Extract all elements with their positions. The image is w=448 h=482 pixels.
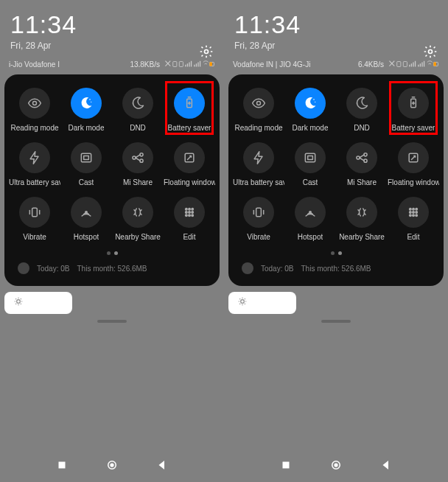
data-speed: 6.4KB/s — [358, 60, 384, 69]
qs-tile-hotspot[interactable]: Hotspot — [60, 194, 112, 244]
pagination-dots[interactable] — [9, 244, 215, 259]
qs-tile-floating[interactable]: Floating window — [164, 139, 215, 189]
cast-icon — [71, 142, 102, 173]
navigation-bar — [224, 458, 448, 475]
svg-point-23 — [189, 209, 191, 211]
tile-label: Vibrate — [23, 233, 46, 241]
svg-point-15 — [140, 153, 143, 156]
svg-point-51 — [364, 159, 367, 162]
svg-point-31 — [17, 300, 21, 304]
sun-icon — [237, 296, 248, 310]
qs-tile-share[interactable]: Mi Share — [112, 139, 164, 189]
vibrate-icon — [243, 197, 274, 228]
svg-point-61 — [413, 212, 415, 214]
qs-tile-share[interactable]: Mi Share — [336, 139, 388, 189]
qs-tile-bolt[interactable]: Ultra battery sav — [233, 139, 284, 189]
network-row: i-Jio Vodafone I 13.8KB/s — [0, 55, 224, 74]
settings-button[interactable] — [199, 44, 214, 62]
qs-grid: Reading mode Dark mode DND Battery saver… — [233, 85, 439, 244]
date: Fri, 28 Apr — [234, 41, 438, 51]
svg-point-40 — [257, 102, 261, 105]
eye-icon — [243, 88, 274, 119]
brightness-slider[interactable] — [228, 292, 296, 314]
svg-point-29 — [189, 214, 191, 217]
edit-icon — [398, 197, 429, 228]
home-button[interactable] — [329, 458, 343, 475]
svg-point-28 — [186, 214, 188, 217]
svg-point-16 — [140, 159, 143, 162]
qs-tile-nearby[interactable]: Nearby Share — [112, 194, 164, 244]
qs-tile-nearby[interactable]: Nearby Share — [336, 194, 388, 244]
settings-button[interactable] — [423, 44, 438, 62]
back-button[interactable] — [379, 458, 393, 475]
qs-tile-floating[interactable]: Floating window — [388, 139, 439, 189]
usage-month: This month: 526.6MB — [77, 265, 147, 273]
svg-point-30 — [192, 214, 194, 217]
tile-label: Mi Share — [347, 178, 377, 186]
svg-point-56 — [309, 212, 312, 214]
home-button[interactable] — [105, 458, 119, 475]
qs-tile-battery[interactable]: Battery saver — [388, 85, 439, 135]
data-usage-row[interactable]: Today: 0B This month: 526.6MB — [233, 259, 439, 279]
eye-icon — [19, 88, 50, 119]
tile-label: Edit — [183, 233, 195, 241]
pagination-dots[interactable] — [233, 244, 439, 259]
svg-point-42 — [315, 102, 315, 102]
qs-tile-moon[interactable]: DND — [336, 85, 388, 135]
qs-tile-moon[interactable]: DND — [112, 85, 164, 135]
qs-tile-bolt[interactable]: Ultra battery sav — [9, 139, 60, 189]
page-dot-active — [338, 251, 342, 255]
tile-label: Reading mode — [10, 124, 58, 132]
page-dot — [107, 251, 111, 255]
svg-point-65 — [416, 214, 418, 217]
tile-label: DND — [130, 124, 146, 132]
tile-label: Floating window — [164, 178, 215, 186]
floating-icon — [398, 142, 429, 173]
share-icon — [346, 142, 377, 173]
data-speed: 13.8KB/s — [130, 60, 160, 69]
drag-handle[interactable] — [97, 320, 127, 323]
tile-label: Hotspot — [298, 233, 323, 241]
qs-tile-vibrate[interactable]: Vibrate — [233, 194, 284, 244]
battery-icon — [174, 88, 205, 119]
svg-rect-48 — [308, 156, 313, 160]
svg-rect-4 — [209, 62, 211, 66]
qs-tile-cast[interactable]: Cast — [284, 139, 336, 189]
carrier-text: Vodafone IN | JIO 4G-Ji — [233, 60, 310, 69]
qs-tile-cast[interactable]: Cast — [60, 139, 112, 189]
back-button[interactable] — [155, 458, 169, 475]
svg-rect-53 — [256, 208, 262, 217]
qs-tile-battery[interactable]: Battery saver — [164, 85, 215, 135]
qs-tile-moon-stars[interactable]: Dark mode — [60, 85, 112, 135]
edit-icon — [174, 197, 205, 228]
qs-tile-hotspot[interactable]: Hotspot — [284, 194, 336, 244]
tile-label: Cast — [79, 178, 94, 186]
svg-point-14 — [133, 156, 136, 159]
usage-today: Today: 0B — [37, 265, 69, 273]
qs-tile-eye[interactable]: Reading mode — [9, 85, 60, 135]
navigation-bar — [0, 458, 224, 475]
usage-month: This month: 526.6MB — [301, 265, 371, 273]
svg-point-35 — [429, 50, 433, 54]
svg-rect-67 — [283, 462, 290, 469]
moon-icon — [122, 88, 153, 119]
tile-label: Ultra battery sav — [233, 178, 284, 186]
svg-rect-36 — [397, 62, 401, 67]
svg-point-49 — [357, 156, 360, 159]
brightness-slider[interactable] — [4, 292, 72, 314]
data-usage-row[interactable]: Today: 0B This month: 526.6MB — [9, 259, 215, 279]
qs-tile-moon-stars[interactable]: Dark mode — [284, 85, 336, 135]
recents-button[interactable] — [55, 458, 69, 475]
drag-handle[interactable] — [321, 320, 351, 323]
qs-tile-eye[interactable]: Reading mode — [233, 85, 284, 135]
qs-tile-edit[interactable]: Edit — [388, 194, 439, 244]
qs-tile-vibrate[interactable]: Vibrate — [9, 194, 60, 244]
qs-tile-edit[interactable]: Edit — [164, 194, 215, 244]
recents-button[interactable] — [279, 458, 293, 475]
clock: 11:34 — [234, 10, 438, 39]
svg-point-26 — [189, 212, 191, 214]
svg-rect-1 — [173, 62, 177, 67]
sun-icon — [13, 296, 24, 310]
svg-rect-37 — [403, 62, 407, 67]
svg-point-59 — [416, 209, 418, 211]
